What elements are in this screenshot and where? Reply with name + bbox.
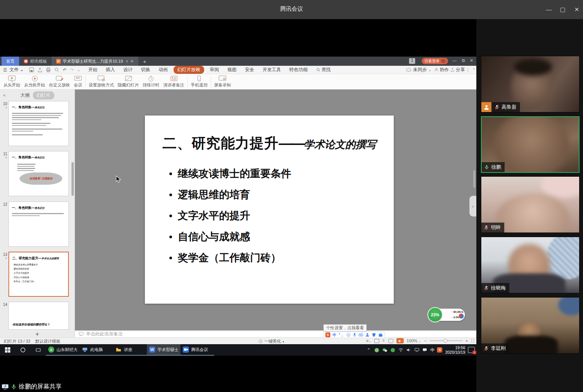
zoom-in-button[interactable]: + xyxy=(466,338,468,343)
ribbon-speaker-notes[interactable]: 演讲者备注 xyxy=(161,75,186,88)
expand-pane-chevron[interactable]: › xyxy=(469,196,476,216)
print-icon[interactable] xyxy=(46,67,51,72)
skin-icon[interactable] xyxy=(372,333,376,337)
minimize-button[interactable]: — xyxy=(546,6,552,13)
sogou-logo-icon[interactable]: S xyxy=(325,332,330,337)
tray-expand-icon[interactable]: ⌃ xyxy=(366,347,371,353)
menu-transition[interactable]: 切换 xyxy=(137,67,154,73)
task-view-button[interactable] xyxy=(31,344,46,356)
caret-down-icon[interactable]: ⌄ xyxy=(77,68,80,72)
maximize-button[interactable]: ▢ xyxy=(560,6,565,13)
ribbon-hide-slide[interactable]: 隐藏幻灯片 xyxy=(116,75,141,88)
menu-animation[interactable]: 动画 xyxy=(154,67,172,73)
participant-tile[interactable]: 高鲁新 xyxy=(481,56,580,112)
ribbon-phone-remote[interactable]: 手机遥控 xyxy=(189,75,209,88)
menu-security[interactable]: 安全 xyxy=(241,67,258,73)
save-icon[interactable] xyxy=(29,67,34,72)
outline-tab[interactable]: 大纲 xyxy=(21,92,30,99)
slide-thumbnail-14[interactable]: 14 ·你知道所在领域的哪些理论？ xyxy=(2,302,73,330)
taskbar-app-tencent-meeting[interactable]: 腾讯会议 xyxy=(180,344,214,356)
output-icon[interactable] xyxy=(37,67,42,72)
ime-punctuation-icon[interactable]: °， xyxy=(339,332,344,338)
tray-updater-icon[interactable] xyxy=(390,347,395,353)
toolbox-icon[interactable] xyxy=(378,333,383,337)
normal-view-icon[interactable] xyxy=(374,339,379,343)
notes-placeholder[interactable]: 单击此处添加备注 xyxy=(75,330,476,337)
tray-message-icon[interactable] xyxy=(422,347,427,353)
slide-thumbnail-10[interactable]: 10★ 一、角色转换—角色定位 xyxy=(2,101,73,146)
hamburger-icon[interactable]: ☰ xyxy=(3,67,7,73)
tray-guard-icon[interactable] xyxy=(374,347,379,353)
ribbon-custom-show[interactable]: 自定义放映 xyxy=(47,75,72,88)
taskbar-app-wps-active[interactable]: W 学术型硕士研究生... xyxy=(147,344,180,356)
panel-scrollbar[interactable] xyxy=(71,162,74,196)
menu-review[interactable]: 审阅 xyxy=(206,67,223,73)
menu-insert[interactable]: 插入 xyxy=(102,67,119,73)
zoom-out-button[interactable]: − xyxy=(424,338,426,343)
add-slide-button[interactable]: + xyxy=(0,330,75,337)
fit-screen-icon[interactable]: ⛶ xyxy=(471,338,474,343)
action-center-icon[interactable]: 1 xyxy=(468,347,475,353)
find-button[interactable]: 查找 xyxy=(312,67,335,73)
ribbon-screen-record[interactable]: 屏幕录制 xyxy=(212,75,233,88)
tray-wechat-icon[interactable] xyxy=(382,347,387,353)
menu-view[interactable]: 视图 xyxy=(223,67,241,73)
notes-toggle-icon[interactable]: ≡⌄ xyxy=(366,338,371,343)
slide-thumbnail-13-selected[interactable]: 13★ 二、研究能力提升—学术论文的撰写 · 继续攻读博士的重要条件 · 逻辑思… xyxy=(2,252,73,297)
slides-tab[interactable]: 幻灯片 xyxy=(33,91,54,99)
participant-tile-speaking[interactable]: 徐鹏 xyxy=(481,116,580,173)
guest-login-button[interactable]: 访客登录 xyxy=(422,58,448,64)
voice-input-icon[interactable] xyxy=(353,333,356,337)
wps-restore-icon[interactable]: ⧉ xyxy=(462,58,465,63)
tab-docker-templates[interactable]: 稻 稻壳模板 xyxy=(19,57,52,66)
undo-icon[interactable]: ↶ xyxy=(63,67,67,73)
canvas-scrollbar[interactable] xyxy=(473,170,475,188)
more-menu-icon[interactable]: ⋮ xyxy=(466,67,470,73)
participant-tile[interactable]: 明眸 xyxy=(481,176,580,233)
menu-file[interactable]: 文件 ⌄ xyxy=(7,67,25,73)
template-name[interactable]: 默认设计模板 xyxy=(35,338,60,344)
zoom-value[interactable]: 100% ⌄ xyxy=(407,338,421,343)
taskbar-app-this-pc[interactable]: 此电脑 xyxy=(80,344,113,356)
tab-close-icon[interactable]: ✕ xyxy=(130,59,134,64)
new-tab-button[interactable]: + xyxy=(138,57,151,66)
boost-badge-icon[interactable] xyxy=(458,313,464,319)
volume-icon[interactable] xyxy=(406,347,411,353)
ribbon-meeting[interactable]: 会议 xyxy=(72,75,84,88)
sync-status[interactable]: 未同步⌄ xyxy=(406,67,431,73)
ribbon-setup-show[interactable]: 设置放映方式 xyxy=(87,75,116,88)
zoom-slider-thumb[interactable] xyxy=(443,339,447,343)
wps-minimize-icon[interactable]: — xyxy=(452,58,456,63)
participant-tile[interactable]: 李廷刚 xyxy=(481,297,580,354)
start-button[interactable] xyxy=(0,344,15,356)
ribbon-play-from-start[interactable]: 从头开始 xyxy=(2,75,22,88)
tray-clock[interactable]: 19:56 2020/10/19 xyxy=(445,345,465,355)
cortana-button[interactable] xyxy=(15,344,31,356)
taskbar-app-folder[interactable]: 讲座 xyxy=(113,344,147,356)
emoji-icon[interactable] xyxy=(346,333,351,337)
collapse-ribbon-icon[interactable]: ⌃ xyxy=(473,68,476,72)
display-icon[interactable] xyxy=(414,347,419,353)
tray-sogou-icon[interactable]: S xyxy=(437,347,442,353)
ime-lang-toggle[interactable]: 中 xyxy=(333,332,336,338)
preview-icon[interactable] xyxy=(54,67,59,72)
menu-design[interactable]: 设计 xyxy=(119,67,137,73)
tab-home[interactable]: 首页 xyxy=(2,57,19,66)
keyboard-icon[interactable] xyxy=(359,333,363,337)
menu-features[interactable]: 特色功能 xyxy=(285,67,312,73)
taskbar-app-browser[interactable]: e 山东财经大学 - 36... xyxy=(46,344,80,356)
usage-percent-circle[interactable]: 23% xyxy=(427,307,443,322)
zoom-slider[interactable] xyxy=(430,340,463,341)
reading-view-icon[interactable] xyxy=(388,339,393,343)
ribbon-rehearse-timing[interactable]: 排练计时 xyxy=(141,75,161,88)
close-button[interactable]: ✕ xyxy=(574,6,579,13)
wps-close-icon[interactable]: ✕ xyxy=(470,58,473,63)
menu-devtools[interactable]: 开发工具 xyxy=(258,67,285,73)
redo-icon[interactable]: ↷ xyxy=(70,67,74,73)
wifi-icon[interactable] xyxy=(398,347,403,353)
collab-button[interactable]: 协作 xyxy=(434,67,449,73)
menu-slideshow-active[interactable]: 幻灯片放映 xyxy=(174,66,204,74)
slide-editor[interactable]: 二、研究能力提升——学术论文的撰写 继续攻读博士的重要条件 逻辑思维的培育 文字… xyxy=(145,115,394,304)
beautify-button[interactable]: 一键美化▴ xyxy=(258,338,284,344)
collapse-panel-icon[interactable]: « xyxy=(3,93,6,98)
